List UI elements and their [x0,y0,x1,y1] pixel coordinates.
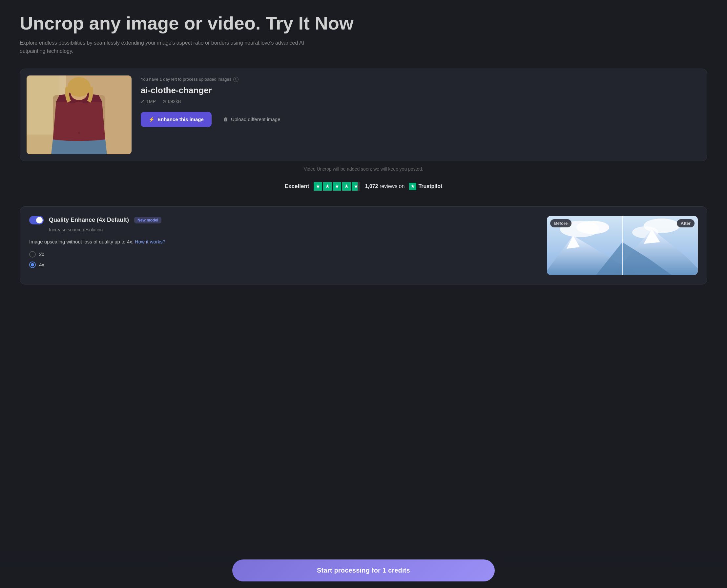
size-icon: ⊙ [163,99,166,104]
expiry-text: You have 1 day left to process uploaded … [141,77,231,82]
before-label: Before [550,219,572,227]
star-5-half: ★ [352,182,360,191]
trustpilot-section: Excellent ★ ★ ★ ★ ★ 1,072 reviews on ★ T… [20,182,707,191]
reviews-count: 1,072 reviews on [365,184,405,189]
image-meta: ⤢ 1MP ⊙ 692kB [141,99,701,104]
scale-options: 2x 4x [29,251,534,268]
option-4x[interactable]: 4x [29,261,534,268]
upload-different-button[interactable]: 🗑 Upload different image [217,112,287,127]
image-info: You have 1 day left to process uploaded … [141,76,701,127]
page-subtitle: Explore endless possibilities by seamles… [20,39,315,56]
image-preview [26,76,132,154]
star-2: ★ [323,182,332,191]
start-processing-button[interactable]: Start processing for 1 credits [232,560,495,582]
label-4x: 4x [39,262,44,268]
image-resolution: ⤢ 1MP [141,99,156,104]
trustpilot-label: Excellent [285,183,309,190]
star-1: ★ [314,182,322,191]
how-it-works-link[interactable]: How it works? [135,239,165,245]
comparison-visual: Before After [547,216,698,275]
new-model-badge: New model [134,217,162,224]
enhance-button[interactable]: ⚡ Enhance this image [141,112,212,127]
sliders-icon: ⚡ [149,117,155,122]
svg-point-8 [68,77,90,97]
enhance-settings-card: Quality Enhance (4x Default) New model I… [20,206,707,285]
cta-container: Start processing for 1 credits [0,553,727,588]
trash-icon: 🗑 [223,117,228,122]
action-buttons: ⚡ Enhance this image 🗑 Upload different … [141,112,701,127]
trustpilot-logo[interactable]: ★ Trustpilot [409,183,442,190]
resolution-icon: ⤢ [141,99,145,104]
reviews-text: reviews on [380,184,405,189]
star-4: ★ [342,182,351,191]
video-notice: Video Uncrop will be added soon; we will… [20,166,707,172]
trustpilot-stars: ★ ★ ★ ★ ★ [314,182,360,191]
upscale-description: Image upscaling without loss of quality … [29,239,534,245]
after-label: After [677,219,694,227]
preview-svg [26,76,132,154]
svg-point-14 [644,218,680,233]
label-2x: 2x [39,251,44,257]
star-3: ★ [333,182,341,191]
image-size: ⊙ 692kB [163,99,181,104]
info-icon[interactable]: ℹ [233,77,238,82]
settings-title: Quality Enhance (4x Default) [49,216,129,224]
quality-enhance-toggle[interactable] [29,216,44,225]
tp-star-icon: ★ [409,183,416,190]
upload-card: You have 1 day left to process uploaded … [20,68,707,161]
svg-point-12 [576,221,609,234]
image-preview-inner [26,76,132,154]
svg-point-9 [78,132,80,134]
radio-2x[interactable] [29,251,36,257]
option-2x[interactable]: 2x [29,251,534,257]
settings-header: Quality Enhance (4x Default) New model [29,216,534,225]
before-after-comparison: Before After [547,216,698,275]
settings-subtitle: Increase source resolution [49,227,534,232]
page-title: Uncrop any image or video. Try It Now [20,13,707,34]
radio-4x[interactable] [29,261,36,268]
settings-left: Quality Enhance (4x Default) New model I… [29,216,534,268]
comparison-section: Before After [547,216,698,275]
image-name: ai-clothe-changer [141,85,701,96]
expiry-notice: You have 1 day left to process uploaded … [141,77,701,82]
